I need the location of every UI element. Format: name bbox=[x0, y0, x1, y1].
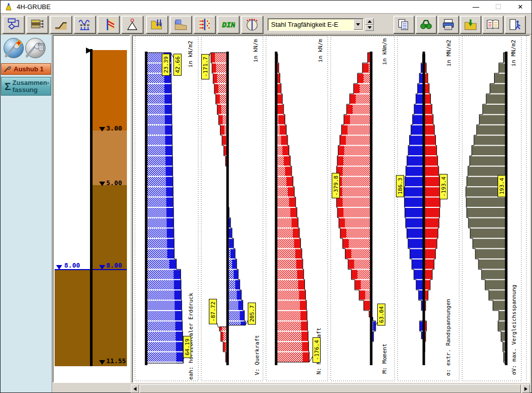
sigma-icon: Σ bbox=[5, 80, 11, 93]
window-controls: — ☐ ✕ bbox=[465, 1, 531, 13]
sidebar: Aushub 1 Σ Zusammen-fassung bbox=[1, 35, 52, 392]
print-icon bbox=[441, 18, 455, 31]
anchor-wave-button[interactable] bbox=[74, 16, 96, 33]
print-button[interactable] bbox=[438, 16, 459, 33]
report-book-button[interactable] bbox=[482, 16, 503, 33]
wall-anchors-icon bbox=[102, 18, 115, 31]
new-excavation-button[interactable] bbox=[4, 38, 24, 58]
svg-text:193.4: 193.4 bbox=[499, 178, 505, 194]
berm-button[interactable] bbox=[170, 16, 192, 33]
scrollbar-thumb[interactable] bbox=[140, 384, 521, 393]
svg-text:in kN/m2: in kN/m2 bbox=[187, 41, 194, 68]
arrow-right-icon bbox=[524, 387, 527, 391]
wall-axis bbox=[423, 52, 425, 365]
sidebar-item-zusammenfassung[interactable]: Σ Zusammen-fassung bbox=[1, 77, 51, 96]
din-standard-button[interactable]: DIN bbox=[217, 16, 239, 33]
save-folder-icon bbox=[464, 18, 477, 31]
plumb-triangle-icon bbox=[125, 18, 139, 31]
din-standard-icon: DIN bbox=[221, 18, 235, 31]
maximize-button[interactable]: ☐ bbox=[487, 1, 509, 13]
value-tag: -379.8 bbox=[332, 173, 340, 198]
value-tag: 64.19 bbox=[184, 336, 191, 358]
chevron-down-icon bbox=[356, 23, 360, 26]
spin-up-button[interactable] bbox=[365, 18, 374, 25]
flowchart-icon bbox=[7, 18, 20, 31]
wall-axis bbox=[275, 52, 278, 365]
shovel-delete-icon bbox=[26, 38, 45, 58]
soil-profile-panel: 3.005.008.008.0011.55 bbox=[53, 35, 130, 383]
svg-text:σV: max. Vergleichsspannung: σV: max. Vergleichsspannung bbox=[511, 285, 517, 375]
value-tag: 186.3 bbox=[396, 176, 404, 197]
report-book-icon bbox=[486, 18, 500, 31]
exit-door-icon bbox=[508, 18, 522, 31]
svg-text:63.04: 63.04 bbox=[378, 306, 385, 323]
wall-axis bbox=[370, 52, 373, 365]
delete-excavation-button[interactable] bbox=[25, 38, 46, 58]
value-tag: 193.4 bbox=[498, 176, 506, 197]
chevron-down-icon bbox=[368, 26, 372, 29]
shovel-new-icon bbox=[4, 38, 23, 58]
soil-layers-icon bbox=[30, 18, 44, 31]
svg-text:in MN/m2: in MN/m2 bbox=[446, 40, 452, 67]
value-tag: -193.4 bbox=[440, 174, 448, 199]
search-binoculars-button[interactable] bbox=[416, 16, 436, 33]
wall-axis bbox=[227, 52, 229, 365]
svg-text:in kN/m: in kN/m bbox=[317, 38, 324, 62]
results-diagram-panel: in kN/m2eah: horizontaler Erddruck23.394… bbox=[132, 35, 530, 383]
svg-text:DIN: DIN bbox=[221, 20, 235, 29]
result-case-combobox[interactable]: Stahl Tragfähigkeit E-E bbox=[268, 18, 364, 31]
folder-loads-button[interactable] bbox=[146, 16, 168, 33]
svg-text:-176.4: -176.4 bbox=[314, 340, 320, 360]
scroll-right-button[interactable] bbox=[522, 384, 530, 393]
svg-text:23.39: 23.39 bbox=[163, 56, 169, 73]
plumb-triangle-button[interactable] bbox=[121, 16, 143, 33]
depth-marker-label: 8.00 bbox=[64, 261, 80, 269]
svg-text:205.7: 205.7 bbox=[249, 305, 255, 322]
svg-text:-379.8: -379.8 bbox=[333, 176, 339, 196]
spin-down-button[interactable] bbox=[365, 25, 374, 31]
depth-marker-label: 8.00 bbox=[106, 261, 122, 269]
toolbar-right-group bbox=[393, 16, 525, 33]
scroll-left-button[interactable] bbox=[131, 384, 139, 393]
soil-layers-button[interactable] bbox=[26, 16, 48, 33]
soil-layer-left bbox=[55, 270, 90, 366]
svg-text:-87.72: -87.72 bbox=[210, 301, 216, 322]
save-folder-button[interactable] bbox=[460, 16, 481, 33]
svg-text:σ: extr. Randspannungen: σ: extr. Randspannungen bbox=[445, 299, 452, 376]
flowchart-button[interactable] bbox=[3, 16, 24, 33]
minimize-button[interactable]: — bbox=[465, 1, 487, 13]
horizontal-scrollbar[interactable] bbox=[131, 384, 530, 393]
toolbar-left-group: DIN bbox=[3, 16, 263, 33]
value-tag: 42.66 bbox=[174, 54, 182, 76]
folder-loads-icon bbox=[150, 18, 164, 31]
slope-button[interactable] bbox=[50, 16, 72, 33]
title-bar: 4H-GRUBE — ☐ ✕ bbox=[1, 1, 531, 14]
chevron-up-icon bbox=[368, 20, 372, 23]
soil-layer bbox=[93, 130, 127, 185]
svg-text:M: Moment: M: Moment bbox=[381, 343, 388, 374]
case-spinner bbox=[365, 18, 374, 31]
depth-marker-label: 3.00 bbox=[106, 124, 122, 132]
wall-pressures-button[interactable] bbox=[194, 16, 215, 33]
anchor-wave-icon bbox=[78, 18, 92, 31]
wall-line bbox=[90, 49, 93, 366]
exit-door-button[interactable] bbox=[505, 16, 525, 33]
arrow-left-icon bbox=[134, 387, 137, 391]
wall-pressures-icon bbox=[198, 18, 211, 31]
value-tag: -176.4 bbox=[313, 337, 321, 362]
wall-anchors-button[interactable] bbox=[98, 16, 119, 33]
toolbar: DIN Stahl Tragfähigkeit E-E bbox=[1, 14, 531, 34]
close-button[interactable]: ✕ bbox=[509, 1, 531, 13]
copy-pages-button[interactable] bbox=[393, 16, 414, 33]
summary-label: Zusammen-fassung bbox=[13, 79, 50, 94]
berm-icon bbox=[174, 18, 188, 31]
svg-text:V: Querkraft: V: Querkraft bbox=[254, 335, 260, 375]
depth-marker-label: 11.55 bbox=[106, 357, 126, 365]
app-window: 4H-GRUBE — ☐ ✕ DIN Stahl Tragfähigkeit E… bbox=[0, 0, 532, 393]
svg-text:-171.7: -171.7 bbox=[202, 57, 209, 77]
sidebar-item-aushub-1[interactable]: Aushub 1 bbox=[1, 63, 51, 75]
value-tag: 23.39 bbox=[162, 54, 170, 76]
section-circle-button[interactable] bbox=[241, 16, 263, 33]
soil-layer bbox=[93, 185, 127, 366]
combobox-dropdown-button[interactable] bbox=[353, 19, 363, 30]
